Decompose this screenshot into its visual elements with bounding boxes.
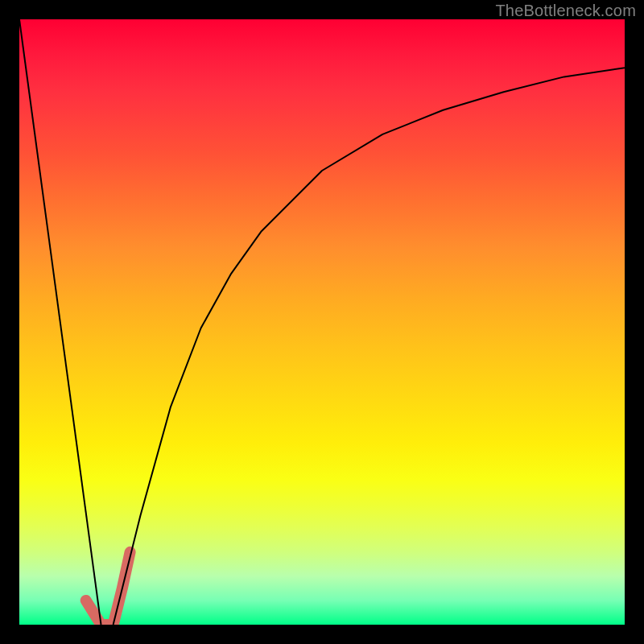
series-left-branch	[19, 19, 101, 625]
chart-frame: TheBottleneck.com	[0, 0, 644, 644]
series-right-branch	[114, 68, 625, 625]
curve-layer	[19, 19, 625, 625]
plot-area	[19, 19, 625, 625]
watermark-text: TheBottleneck.com	[495, 2, 636, 20]
